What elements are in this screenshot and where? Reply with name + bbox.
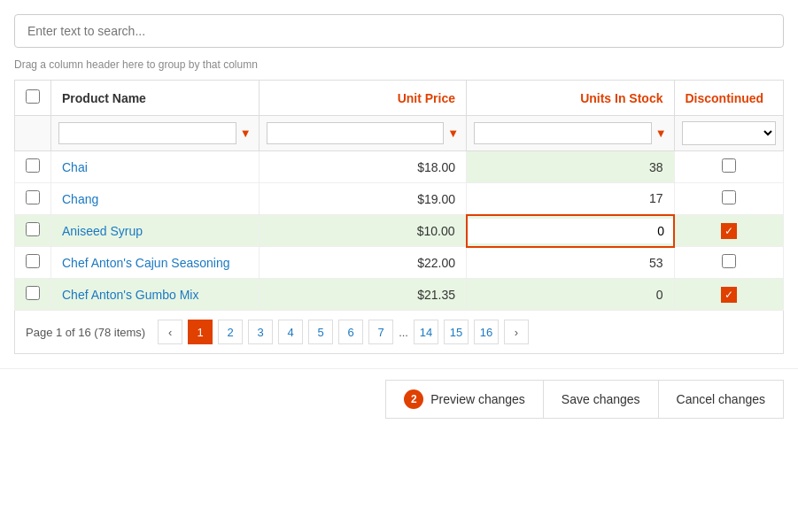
- row-checkbox-cell[interactable]: [15, 247, 51, 279]
- cancel-changes-button[interactable]: Cancel changes: [659, 380, 784, 419]
- page-3-button[interactable]: 3: [248, 320, 273, 344]
- page-info: Page 1 of 16 (78 items): [26, 326, 145, 339]
- row-checkbox-cell[interactable]: [15, 151, 51, 183]
- units-stock-edit-cell[interactable]: [467, 215, 675, 247]
- discontinued-checkbox[interactable]: [722, 158, 736, 173]
- preview-changes-label: Preview changes: [430, 392, 525, 406]
- preview-changes-button[interactable]: 2 Preview changes: [385, 380, 544, 419]
- select-all-header[interactable]: [15, 81, 51, 116]
- product-name-filter-input[interactable]: [58, 122, 236, 144]
- units-stock-cell: 0: [467, 279, 675, 311]
- row-checkbox-cell[interactable]: [15, 183, 51, 215]
- page-6-button[interactable]: 6: [338, 320, 363, 344]
- discontinued-filter-select[interactable]: True False: [682, 121, 777, 145]
- row-checkbox-cell[interactable]: [15, 279, 51, 311]
- page-2-button[interactable]: 2: [218, 320, 243, 344]
- row-checkbox[interactable]: [26, 158, 40, 173]
- unit-price-cell: $10.00: [259, 215, 467, 247]
- units-stock-cell: 38: [467, 151, 675, 183]
- unit-price-header: Unit Price: [259, 81, 467, 116]
- row-checkbox-cell[interactable]: [15, 215, 51, 247]
- discontinued-filter[interactable]: True False: [674, 116, 784, 151]
- page-1-button[interactable]: 1: [188, 320, 213, 344]
- discontinued-cell[interactable]: ✓: [674, 215, 784, 247]
- discontinued-cell[interactable]: [674, 151, 784, 183]
- group-hint: Drag a column header here to group by th…: [14, 58, 784, 71]
- discontinued-header: Discontinued: [674, 81, 784, 116]
- discontinued-checkbox[interactable]: [722, 190, 736, 204]
- units-stock-filter[interactable]: ▼: [467, 116, 675, 151]
- units-stock-header: Units In Stock: [467, 81, 675, 116]
- units-stock-edit-input[interactable]: [468, 219, 674, 243]
- row-checkbox[interactable]: [26, 286, 40, 300]
- filter-checkbox-cell: [15, 116, 51, 151]
- table-row: Aniseed Syrup $10.00 ✓: [15, 215, 784, 247]
- discontinued-cell[interactable]: [674, 247, 784, 279]
- units-stock-cell: 17: [467, 183, 675, 215]
- next-page-button[interactable]: ›: [504, 320, 529, 344]
- unit-price-cell: $19.00: [259, 183, 467, 215]
- cancel-changes-label: Cancel changes: [677, 392, 765, 406]
- page-15-button[interactable]: 15: [444, 320, 469, 344]
- page-5-button[interactable]: 5: [308, 320, 333, 344]
- page-4-button[interactable]: 4: [278, 320, 303, 344]
- page-16-button[interactable]: 16: [474, 320, 499, 344]
- action-bar: 2 Preview changes Save changes Cancel ch…: [0, 368, 798, 429]
- page-14-button[interactable]: 14: [414, 320, 438, 344]
- table-row: Chef Anton's Gumbo Mix $21.35 0 ✓: [15, 279, 784, 311]
- product-name-filter-icon[interactable]: ▼: [240, 127, 252, 140]
- save-changes-label: Save changes: [562, 392, 640, 406]
- row-checkbox[interactable]: [26, 190, 40, 204]
- unit-price-cell: $22.00: [259, 247, 467, 279]
- unit-price-filter[interactable]: ▼: [259, 116, 467, 151]
- prev-page-button[interactable]: ‹: [158, 320, 182, 344]
- discontinued-cell[interactable]: ✓: [674, 279, 784, 311]
- product-name-cell: Chang: [51, 183, 260, 215]
- unit-price-cell: $18.00: [259, 151, 467, 183]
- product-name-cell: Chef Anton's Cajun Seasoning: [51, 247, 260, 279]
- save-changes-button[interactable]: Save changes: [544, 380, 659, 419]
- units-stock-cell: 53: [467, 247, 675, 279]
- product-name-filter[interactable]: ▼: [51, 116, 260, 151]
- table-row: Chai $18.00 38: [15, 151, 784, 183]
- table-row: Chang $19.00 17: [15, 183, 784, 215]
- row-checkbox[interactable]: [26, 254, 40, 268]
- discontinued-checked-icon[interactable]: ✓: [721, 287, 737, 303]
- discontinued-checked-icon[interactable]: ✓: [721, 223, 737, 239]
- product-name-cell: Chef Anton's Gumbo Mix: [51, 279, 260, 311]
- row-checkbox[interactable]: [26, 222, 40, 236]
- preview-badge: 2: [404, 389, 423, 409]
- page-7-button[interactable]: 7: [368, 320, 393, 344]
- table-row: Chef Anton's Cajun Seasoning $22.00 53: [15, 247, 784, 279]
- unit-price-cell: $21.35: [259, 279, 467, 311]
- search-input[interactable]: [14, 14, 784, 48]
- discontinued-cell[interactable]: [674, 183, 784, 215]
- pagination-bar: Page 1 of 16 (78 items) ‹ 1 2 3 4 5 6 7 …: [14, 311, 784, 354]
- discontinued-checkbox[interactable]: [722, 254, 736, 268]
- page-ellipsis: ...: [399, 326, 408, 339]
- unit-price-filter-input[interactable]: [267, 122, 445, 144]
- product-name-cell: Aniseed Syrup: [51, 215, 260, 247]
- units-stock-filter-icon[interactable]: ▼: [655, 127, 667, 140]
- select-all-checkbox[interactable]: [26, 89, 40, 104]
- unit-price-filter-icon[interactable]: ▼: [447, 127, 459, 140]
- product-name-cell: Chai: [51, 151, 260, 183]
- units-stock-filter-input[interactable]: [474, 122, 652, 144]
- product-name-header: Product Name: [51, 81, 260, 116]
